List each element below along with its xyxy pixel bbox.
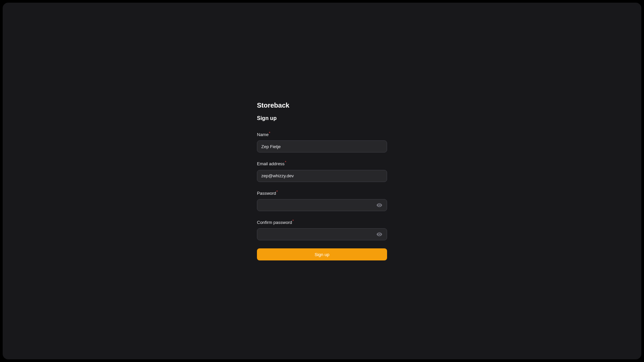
eye-icon [376,202,382,208]
name-input[interactable] [257,140,387,153]
password-label-text: Password [257,191,276,196]
name-label: Name* [257,131,387,137]
name-input-wrapper [257,140,387,153]
required-marker: * [285,161,286,164]
password-input[interactable] [257,199,387,211]
name-field-group: Name* [257,131,387,153]
email-input-wrapper [257,170,387,182]
confirm-password-input-wrapper [257,228,387,240]
email-input[interactable] [257,170,387,182]
page-frame: Storeback Sign up Name* Email address* P… [3,3,641,359]
email-label-text: Email address [257,162,284,167]
email-field-group: Email address* [257,161,387,182]
required-marker: * [292,219,294,223]
confirm-password-input[interactable] [257,228,387,240]
confirm-password-visibility-toggle[interactable] [375,230,384,239]
brand-title: Storeback [257,102,387,109]
confirm-password-field-group: Confirm password* [257,219,387,240]
required-marker: * [269,131,270,135]
name-label-text: Name [257,132,269,137]
confirm-password-label: Confirm password* [257,219,387,225]
email-label: Email address* [257,161,387,166]
required-marker: * [276,190,278,194]
confirm-password-label-text: Confirm password [257,220,292,225]
password-input-wrapper [257,199,387,211]
password-label: Password* [257,190,387,196]
page-heading: Sign up [257,115,387,121]
signup-button[interactable]: Sign up [257,248,387,260]
password-field-group: Password* [257,190,387,211]
signup-form-container: Storeback Sign up Name* Email address* P… [257,102,387,260]
eye-icon [376,231,382,237]
password-visibility-toggle[interactable] [375,201,384,209]
